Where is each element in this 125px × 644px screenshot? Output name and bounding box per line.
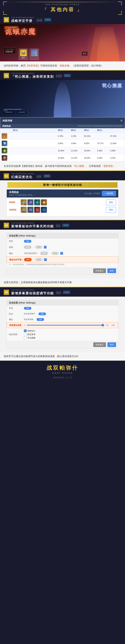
section-03-num: 03 [4,174,9,179]
settings-row-subtitle: 看板动作字幕： 关闭 | 开启 [7,256,118,263]
section-04-yata: YATA [62,224,69,227]
toggle-keys-on[interactable]: 开启 [52,252,59,255]
section-05-brand: THE PUNISHING FORCE [11,289,54,291]
corner-decoration-br [118,11,122,15]
toggle-subtitle-on[interactable]: 开启 [35,258,42,261]
settings-panel-05: 其他设置 (Other Settings) 声音 ON 队友 队友发言数字： O… [6,300,118,349]
settings-footer-05: 恢复默认 保存 [7,341,118,348]
settings-row-teammate-skill: 键位 队友发技能： ON [7,317,118,322]
claim-button-2[interactable]: 领取 [106,207,116,213]
toggle-graphics-on[interactable]: 开启 [35,246,42,249]
checkbox-keys[interactable] [60,252,63,254]
settings-panel-05-header: 其他设置 (Other Settings) [7,300,118,306]
claim-button-1[interactable]: 领取 [106,200,116,205]
reward-items-1: ⚙️x5 🔮x5 💠x2 🌟x2000 [21,199,47,205]
barcode-02 [56,74,62,78]
section-01-brand: THE PUNISHING FORCE [11,16,34,18]
main-content: 01 THE PUNISHING FORCE 战略评定手册 YATA 诡蜮赤魔 … [0,15,125,361]
footer-logo-sub: GRAY RAVEN [0,372,125,374]
section-01-header: 01 THE PUNISHING FORCE 战略评定手册 YATA [0,15,125,24]
one-click-claim-button[interactable]: 一键领取 [102,191,116,196]
section-05-content: 其他设置 (Other Settings) 声音 ON 队友 队友发言数字： O… [0,296,125,352]
s1-coating-badge: COATING 武器涂装 [4,48,16,54]
settings-panel-04: 其他设置 (Other Settings) 声音 ON 画质 关闭 | 开启 键… [6,233,118,275]
section-03-title: 幻痛囚笼优化 [11,175,34,179]
s1-sub-title: 武器涂装系列 [4,26,18,29]
section-03-yata: YATA [44,174,50,178]
section-05-num: 05 [4,290,9,295]
s1-item-cards: 📦 限定 🔮 [19,48,39,60]
settings-footer-04: 恢复默认 保存 [7,267,118,274]
calibration-fixed[interactable]: 固定参考 [24,333,36,336]
settings-row-graphics: 画质 关闭 | 开启 [7,244,118,250]
toggle-keys-off[interactable]: 关闭 [40,252,48,255]
settings-row-sound-05: 声音 ON [7,306,118,311]
section-01-banner: 诡蜮赤魔 武器涂装系列 COATING 武器涂装 📦 限定 🔮 固定 [0,24,125,62]
item-card-1: 📦 限定 [19,48,28,60]
drop-table-hint: 下表是每为每日第几次获取特殊战场时购买的指定品类的概率 [77,125,122,127]
calibration-auto[interactable]: 智能估计 [24,330,36,332]
reward-card: 本周奖励 每累计个讨伐值可获得以下奖励 总讨伐值：674000 一键领取 500… [6,189,118,216]
section-01-num: 01 [4,17,9,22]
restore-default-button-04[interactable]: 恢复默认 [93,268,106,273]
drop-table-header: 掉落详情 ✕ [0,118,125,124]
section-05-title: 新增屏幕震动强度调节功能 [11,291,54,296]
toggle-graphics-off[interactable]: 关闭 [24,246,32,249]
toggle-sound-on-05[interactable]: ON [24,307,32,310]
settings-row-vibration: 屏幕震动强度 0 100 100 [7,322,118,328]
section-04-content: 其他设置 (Other Settings) 声音 ON 画质 关闭 | 开启 键… [0,230,125,278]
s2-main-title: 茕心溯愿 [102,83,122,89]
section-02-banner: 1/19001元 1/1109元 茕心溯愿 0/100 [0,80,125,117]
toggle-sound-on[interactable]: ON [24,240,32,243]
reward-item: 🔴 [34,207,40,213]
reward-row-1: 50000 ⚙️x5 🔮x5 💠x2 🌟x2000 领取 [9,199,116,205]
feature-tag-03: 新增一键领取讨伐值奖励功能 [8,182,118,188]
drop-table-close[interactable]: ✕ [120,119,122,122]
settings-row-calibration: 校定设置： 智能估计 固定参考 手动调整 [7,328,118,341]
settings-panel-04-header: 其他设置 (Other Settings) [7,233,118,238]
drop-table: 掉落详情 ✕ 特殊奖励 下表是每为每日第几次获取特殊战场时购买的指定品类的概率 … [0,117,125,162]
restore-default-button-05[interactable]: 恢复默认 [93,342,106,347]
header-subtitle: THE PUNISHING FORCE [0,3,125,6]
section-04-num: 04 [4,223,9,228]
header-title: 「 其他内容 」 [0,6,125,13]
section-01-desc: 达到目标等级，购买【绝密情报】可获得武器涂装「诡蜮赤魔」（适用武器类型：动力骨组… [0,62,125,70]
barcode-05 [56,290,61,294]
save-button-05[interactable]: 保存 [108,342,116,347]
section-01-yata: YATA [44,18,51,21]
barcode-01 [36,18,42,22]
item-card-2: 🔮 [30,48,39,60]
page-footer: 战双帕弥什 GRAY RAVEN 素材仅供参考，勿二传 [0,361,125,384]
drop-special-label: 特殊奖励 [2,125,11,128]
checkbox-subtitle[interactable] [44,258,47,261]
section-04-desc: 设置为关闭后，主界面构造体在播放看板动作时将不再显示字幕 [0,278,125,287]
toggle-teammate-skill-on[interactable]: ON [36,318,44,321]
barcode-04 [56,224,60,227]
toggle-teammate-speech-on[interactable]: ON [38,312,46,315]
drop-table-columns: 第1次 第2次 第3次 第4次 第5次 [0,128,125,132]
section-02-desc: 全语音音创故事【潺梦游歌】新内容，参与研发可获得特效涂装「茕心溯愿」、主界面场景… [0,162,125,170]
slider-value: 100 [110,324,116,326]
table-row: 📦 32.06% 21.43% 29.04% 6.38% 0.23% [0,154,125,162]
footer-logo: 战双帕弥什 [0,364,125,372]
section-03-content: 新增一键领取讨伐值奖励功能 本周奖励 每累计个讨伐值可获得以下奖励 总讨伐值：6… [0,180,125,220]
toggle-subtitle-off[interactable]: 关闭 [24,258,32,261]
section-02-yata: YATA [64,74,71,77]
section-03-header: 03 THE PUNISHING FORCE 幻痛囚笼优化 YATA [0,171,125,180]
save-button-04[interactable]: 保存 [108,268,116,273]
section-05-header: 05 THE PUNISHING FORCE 新增屏幕震动强度调节功能 YATA [0,287,125,296]
section-02-header: 02 THE PUNISHING FORCE 「茕心溯愿」涂装研发复刻 YATA [0,70,125,80]
vibration-slider[interactable] [27,325,104,326]
section-01-title: 战略评定手册 [11,19,34,23]
reward-item: 🔵 [41,207,47,213]
section-04-brand: THE PUNISHING FORCE [11,222,54,224]
reward-item: 🔮x24 [28,207,34,213]
calibration-manual[interactable]: 手动调整 [24,336,36,339]
section-03-brand: THE PUNISHING FORCE [11,173,34,175]
corner-decoration-tr [118,2,122,5]
reward-item: 🔮x5 [28,199,34,205]
reward-item: 💠x2 [34,199,40,205]
section-02-num: 02 [4,73,9,78]
checkbox-graphics[interactable] [44,246,46,248]
footer-copyright: 素材仅供参考，勿二传 [0,376,125,379]
